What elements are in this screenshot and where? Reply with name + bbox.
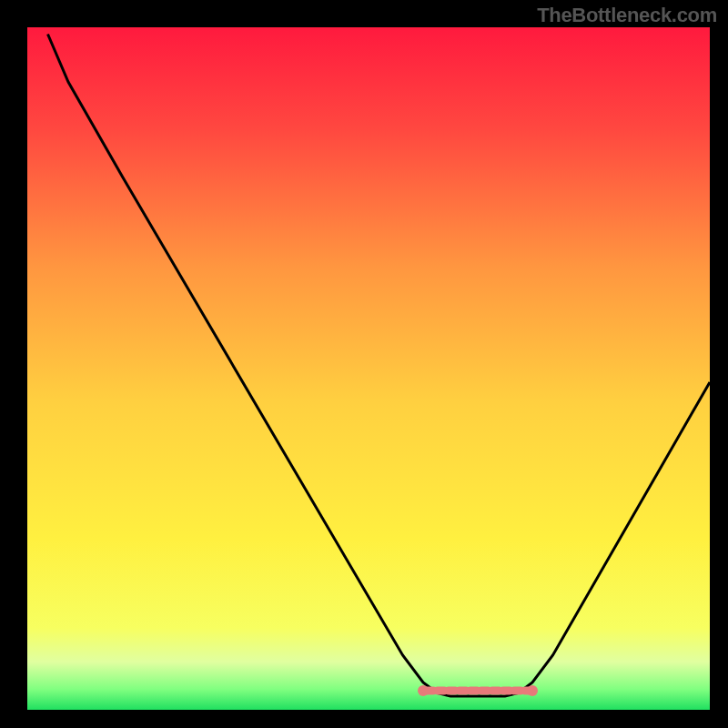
watermark-label: TheBottleneck.com (537, 4, 717, 27)
plot-background (27, 27, 710, 710)
chart-canvas (0, 0, 728, 728)
bottleneck-chart: TheBottleneck.com (0, 0, 728, 728)
